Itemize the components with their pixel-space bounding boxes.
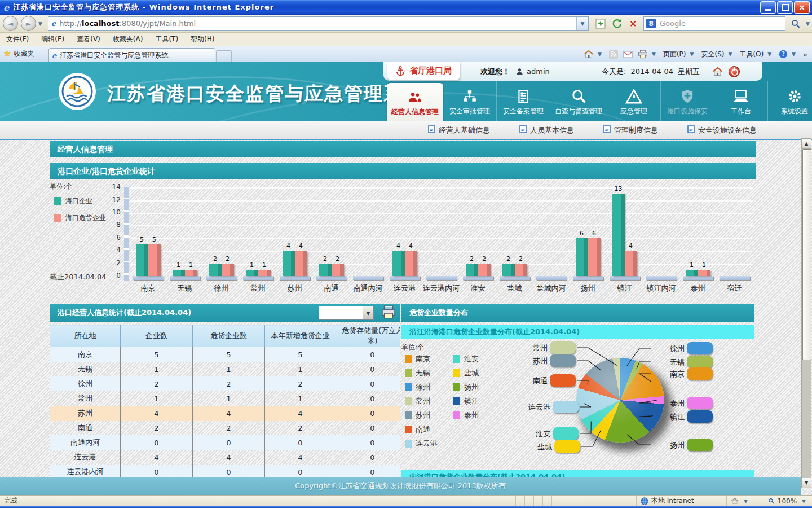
search-button[interactable] <box>788 16 804 31</box>
menu-item-3[interactable]: 收藏夹(A) <box>107 34 149 44</box>
help-menu[interactable]: ? ▼ <box>779 50 798 59</box>
table-row[interactable]: 无锡1110 <box>50 362 401 376</box>
menu-item-4[interactable]: 工具(T) <box>149 34 184 44</box>
main-nav: 经营人信息管理安全审批管理安全备案管理自查与督查管理应急管理港口设施保安工作台系… <box>387 81 812 121</box>
nav-tab-5[interactable]: 港口设施保安 <box>660 81 714 121</box>
favorites-button[interactable]: ★ 收藏夹 <box>3 49 34 59</box>
gridline <box>130 251 753 252</box>
address-dropdown[interactable]: ▼ <box>576 17 588 30</box>
nav-tab-0[interactable]: 经营人信息管理 <box>387 83 443 121</box>
print-report-icon[interactable] <box>381 305 396 319</box>
address-field[interactable]: e http://localhost:8080/yjpt/Main.html ▼ <box>48 16 589 31</box>
search-input[interactable]: 8 Google <box>643 16 785 31</box>
table-row[interactable]: 连云港4440 <box>50 450 401 465</box>
nav-tab-6[interactable]: 工作台 <box>714 81 767 121</box>
pie-legend-item: 徐州 <box>405 383 438 391</box>
menu-item-1[interactable]: 编辑(E) <box>35 34 70 44</box>
safety-menu[interactable]: 安全(S)▼ <box>701 50 734 59</box>
restore-button[interactable] <box>777 1 793 14</box>
bar-海口危货企业-连云港 <box>405 251 417 276</box>
minimize-button[interactable] <box>760 1 776 14</box>
pie-legend-swatch <box>453 383 460 391</box>
select-arrow-icon[interactable]: ▼ <box>363 306 373 319</box>
chevron-more-icon[interactable]: » <box>803 50 807 59</box>
new-tab-stub[interactable] <box>216 50 232 63</box>
table-row[interactable]: 南京5550 <box>50 347 401 362</box>
callout-label: 扬州 <box>651 440 685 450</box>
nav-tab-7[interactable]: 系统设置 <box>767 81 812 121</box>
partial-panel-title-bar: 内河港口危货企业数量分布(截止2014.04.04) <box>401 470 754 477</box>
sub-nav: 经营人基础信息人员基本信息管理制度信息安全设施设备信息 <box>0 121 812 140</box>
callout-label: 徐州 <box>651 344 685 354</box>
app-header-banner: 江苏省港口安全监管与应急管理系统 省厅港口局 欢迎您！ admin 今天是: 2… <box>0 62 812 121</box>
nav-tab-3[interactable]: 自查与督查管理 <box>550 81 607 121</box>
nav-tab-2[interactable]: 安全备案管理 <box>496 81 550 121</box>
table-cell: 2 <box>193 376 265 391</box>
date-value: 2014-04-04 <box>630 67 673 76</box>
document-icon <box>516 87 531 104</box>
tools-menu[interactable]: 工具(O)▼ <box>739 50 774 59</box>
nav-tab-label: 应急管理 <box>620 107 647 116</box>
nav-tab-4[interactable]: 应急管理 <box>607 81 660 121</box>
pie-legend-column-0: 南京无锡徐州常州苏州南通连云港 <box>405 354 438 453</box>
table-row[interactable]: 常州1110 <box>50 391 401 406</box>
window-titlebar: e 江苏省港口安全监管与应急管理系统 - Windows Internet Ex… <box>0 0 812 15</box>
subnav-item-0[interactable]: 经营人基础信息 <box>428 125 490 135</box>
feeds-icon[interactable] <box>609 50 618 59</box>
page-menu[interactable]: 页面(P)▼ <box>663 50 696 59</box>
zoom-cell[interactable]: 100%▼ <box>764 496 812 506</box>
subnav-item-1[interactable]: 人员基本信息 <box>519 125 574 135</box>
table-row[interactable]: 连云港内河0000 <box>50 465 401 477</box>
category-platform <box>610 276 640 280</box>
table-row[interactable]: 徐州2220 <box>50 376 401 391</box>
table-cell: 4 <box>121 406 193 421</box>
history-dropdown[interactable]: ▼ <box>36 21 45 27</box>
logout-power-icon[interactable] <box>729 66 740 77</box>
scrollbar-thumb[interactable] <box>802 149 811 360</box>
subnav-item-2[interactable]: 管理制度信息 <box>603 125 658 135</box>
callout-label: 淮安 <box>517 429 550 439</box>
category-platform <box>500 276 530 280</box>
refresh-icon[interactable] <box>608 16 625 32</box>
search-options-dropdown[interactable]: ▼ <box>804 21 812 27</box>
category-platform <box>463 276 493 280</box>
bar-value: 4 <box>625 242 637 249</box>
category-platform <box>243 276 273 280</box>
callout-label: 无锡 <box>651 357 685 367</box>
protected-mode-cell[interactable]: ▼ <box>726 496 764 506</box>
emergency-icon <box>625 87 642 104</box>
compatibility-view-icon[interactable] <box>592 16 608 32</box>
home-button[interactable]: ▼ <box>584 50 604 59</box>
menu-bar: 文件(F)编辑(E)查看(V)收藏夹(A)工具(T)帮助(H) <box>0 33 812 46</box>
nav-tab-label: 系统设置 <box>781 107 808 116</box>
close-button[interactable]: × <box>794 1 810 14</box>
subnav-item-3[interactable]: 安全设施设备信息 <box>687 125 757 135</box>
home-icon[interactable] <box>712 67 723 76</box>
stat-table-wrap: 所在地企业数危货企业数本年新增危货企业危货存储量(万立方米)南京5550无锡11… <box>50 325 400 477</box>
bar-海口危货企业-无锡 <box>185 270 197 276</box>
scroll-up-icon[interactable]: ▲ <box>802 139 811 149</box>
nav-tab-1[interactable]: 安全审批管理 <box>443 81 496 121</box>
browser-tab[interactable]: e 江苏省港口安全监管与应急管理系统 <box>48 48 215 63</box>
scroll-down-icon[interactable]: ▼ <box>802 478 811 488</box>
forward-button[interactable]: ► <box>21 16 36 31</box>
bureau-tab[interactable]: 省厅港口局 <box>387 62 460 80</box>
table-cell: 1 <box>121 362 193 376</box>
back-button[interactable]: ◄ <box>3 16 18 31</box>
print-button[interactable]: ▼ <box>638 50 658 59</box>
table-cell: 0 <box>265 435 336 450</box>
menu-item-2[interactable]: 查看(V) <box>70 34 107 44</box>
menu-item-0[interactable]: 文件(F) <box>0 34 35 44</box>
table-row[interactable]: 南通内河0000 <box>50 435 401 450</box>
pie-legend-label: 泰州 <box>464 410 479 421</box>
menu-item-5[interactable]: 帮助(H) <box>184 34 220 44</box>
stop-icon[interactable]: × <box>625 16 641 32</box>
mail-icon[interactable] <box>623 51 633 58</box>
vertical-scrollbar[interactable]: ▲ ▼ <box>801 138 811 488</box>
region-select[interactable]: ▼ <box>319 306 374 320</box>
table-row[interactable]: 苏州4440 <box>50 406 401 421</box>
bar-chart-title-bar: 港口企业/港口危货企业统计 <box>50 163 756 179</box>
legend-swatch <box>54 197 61 205</box>
table-row[interactable]: 南通2220 <box>50 421 401 435</box>
bar-海口危货企业-南京 <box>148 244 161 276</box>
